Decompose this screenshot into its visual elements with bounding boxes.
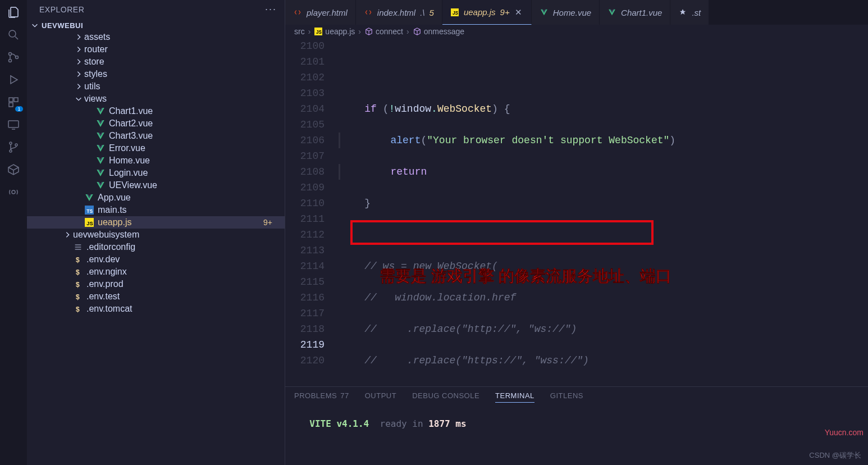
vue-icon: [95, 180, 106, 190]
editorconfig-icon: [73, 242, 83, 252]
chevron-down-icon: [74, 94, 83, 103]
editor-tab[interactable]: Chart1.vue: [600, 0, 670, 25]
file-item[interactable]: .env.prod: [27, 278, 285, 290]
remote-icon[interactable]: [6, 117, 21, 133]
env-icon: [73, 291, 83, 302]
html-icon: [364, 8, 373, 17]
vue-icon: [95, 168, 106, 178]
panel-tab[interactable]: PROBLEMS77: [294, 391, 349, 403]
activity-bar: 1: [0, 0, 27, 465]
tab-bar: player.htmlindex.html.\5ueapp.js9+✕Home.…: [285, 0, 868, 25]
search-icon[interactable]: [6, 27, 21, 43]
panel-tab[interactable]: GITLENS: [550, 391, 583, 403]
symbol-icon: [364, 27, 373, 36]
extensions-icon[interactable]: 1: [6, 94, 21, 110]
file-item[interactable]: Login.vue: [27, 167, 285, 179]
folder-item[interactable]: store: [27, 56, 285, 68]
file-item[interactable]: .env.test: [27, 290, 285, 303]
file-item[interactable]: Chart2.vue: [27, 117, 285, 130]
run-debug-icon[interactable]: [6, 72, 21, 88]
symbol-icon: [413, 27, 422, 36]
csdn-attribution: CSDN @碳学长: [809, 450, 861, 461]
watermark: Yuucn.com: [825, 428, 864, 437]
docker-icon[interactable]: [6, 162, 21, 177]
editor-tab[interactable]: Home.vue: [532, 0, 600, 25]
editor-tab[interactable]: .st: [670, 0, 709, 25]
file-item[interactable]: Error.vue: [27, 142, 285, 154]
source-control-icon[interactable]: [6, 49, 21, 65]
editor-tab[interactable]: player.html: [285, 0, 356, 25]
terminal-output[interactable]: VITE v4.1.4 ready in 1877 ms: [285, 407, 868, 465]
chevron-right-icon: [74, 33, 83, 42]
sidebar-header: EXPLORER ···: [27, 0, 285, 19]
vue-icon: [95, 156, 106, 166]
line-gutter: 2100210121022103210421052106210721082109…: [285, 38, 340, 386]
vue-icon: [540, 8, 549, 17]
file-item[interactable]: Chart1.vue: [27, 105, 285, 117]
js-icon: [84, 217, 94, 227]
folder-item[interactable]: styles: [27, 68, 285, 80]
file-item[interactable]: Chart3.vue: [27, 130, 285, 142]
panel-tab-bar: PROBLEMS77OUTPUTDEBUG CONSOLETERMINALGIT…: [285, 387, 868, 407]
more-icon[interactable]: ···: [265, 3, 277, 15]
js-icon: [450, 8, 459, 17]
vue-icon: [95, 106, 106, 116]
editor-group: player.htmlindex.html.\5ueapp.js9+✕Home.…: [285, 0, 868, 465]
chevron-right-icon: [63, 230, 72, 239]
html-icon: [293, 8, 302, 17]
env-icon: [73, 254, 83, 265]
git-branch-icon[interactable]: [6, 139, 21, 155]
project-header[interactable]: UEVWEBUI: [27, 20, 285, 31]
file-item[interactable]: UEView.vue: [27, 179, 285, 192]
close-icon[interactable]: ✕: [514, 7, 523, 17]
file-item[interactable]: .editorconfig: [27, 241, 285, 253]
code-editor[interactable]: 2100210121022103210421052106210721082109…: [285, 38, 868, 386]
folder-item[interactable]: router: [27, 43, 285, 56]
vue-icon: [95, 118, 106, 129]
vue-icon: [84, 193, 94, 203]
sidebar: EXPLORER ··· UEVWEBUI assetsrouterstores…: [27, 0, 285, 465]
folder-item[interactable]: assets: [27, 31, 285, 43]
breadcrumb[interactable]: src › ueapp.js › connect › onmessage: [285, 25, 868, 38]
sidebar-title: EXPLORER: [39, 5, 84, 14]
editor-tab[interactable]: ueapp.js9+✕: [442, 0, 532, 25]
panel-tab[interactable]: DEBUG CONSOLE: [412, 391, 479, 403]
chevron-right-icon: [74, 57, 83, 66]
file-item[interactable]: ueapp.js9+: [27, 216, 285, 229]
file-item[interactable]: .env.nginx: [27, 266, 285, 278]
env-icon: [73, 304, 83, 314]
env-icon: [73, 279, 83, 289]
code-area[interactable]: if (!window.WebSocket) { alert("Your bro…: [340, 38, 868, 386]
live-share-icon[interactable]: [6, 184, 21, 200]
vue-icon: [95, 131, 106, 141]
folder-item[interactable]: utils: [27, 80, 285, 93]
file-item[interactable]: .env.dev: [27, 253, 285, 266]
vue-icon: [95, 143, 106, 153]
js-icon: [314, 27, 323, 36]
file-item[interactable]: .env.tomcat: [27, 303, 285, 315]
env-icon: [73, 267, 83, 277]
file-item[interactable]: Home.vue: [27, 154, 285, 167]
file-item[interactable]: App.vue: [27, 192, 285, 204]
folder-item[interactable]: uevwebuisystem: [27, 229, 285, 241]
vue-icon: [607, 8, 616, 17]
ts-icon: [84, 205, 94, 215]
stylelint-icon: [678, 8, 687, 17]
file-item[interactable]: main.ts: [27, 204, 285, 216]
chevron-right-icon: [74, 82, 83, 91]
chevron-right-icon: [74, 70, 83, 79]
editor-tab[interactable]: index.html.\5: [356, 0, 442, 25]
bottom-panel: PROBLEMS77OUTPUTDEBUG CONSOLETERMINALGIT…: [285, 386, 868, 465]
folder-item[interactable]: views: [27, 93, 285, 105]
panel-tab[interactable]: OUTPUT: [365, 391, 396, 403]
panel-tab[interactable]: TERMINAL: [495, 391, 534, 403]
chevron-right-icon: [74, 45, 83, 54]
project-name: UEVWEBUI: [42, 21, 83, 30]
explorer-icon[interactable]: [6, 4, 21, 20]
